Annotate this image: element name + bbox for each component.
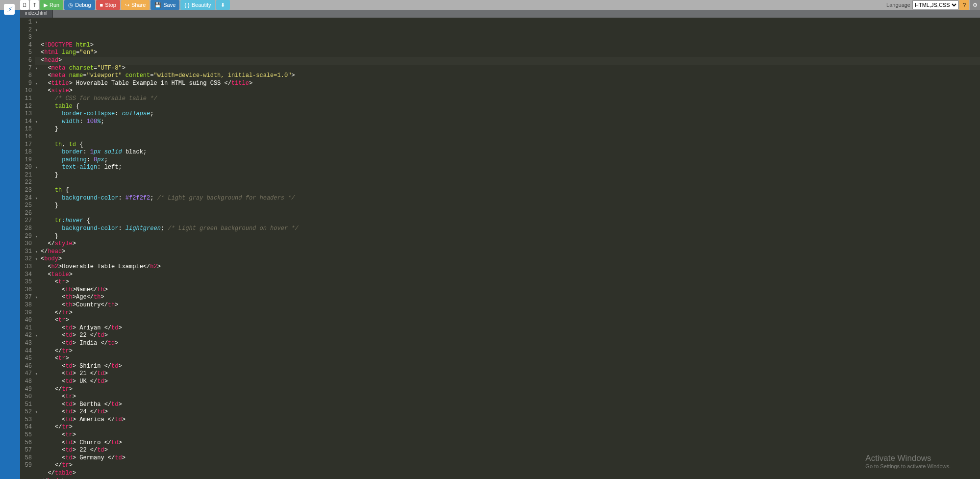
code-line[interactable] [41,210,980,218]
download-icon: ⬇ [221,2,225,8]
code-editor[interactable]: 1234567891011121314151617181920212223242… [20,18,980,479]
code-line[interactable]: <tr> [41,393,980,401]
line-number: 38 [20,302,32,309]
language-select[interactable]: HTML,JS,CSS [912,0,958,9]
line-number: 55 [20,431,32,439]
code-line[interactable]: <tr> [41,317,980,325]
code-line[interactable]: </style> [41,240,980,248]
code-line[interactable]: table { [41,103,980,111]
code-line[interactable]: <td> Germany </td> [41,454,980,462]
beautify-label: Beautify [192,2,211,8]
code-line[interactable]: <th>Age</th> [41,294,980,302]
code-line[interactable]: th { [41,187,980,195]
code-line[interactable]: } [41,126,980,133]
app-logo[interactable]: ⚡ [4,4,15,15]
line-number: 36 [20,286,32,294]
code-line[interactable]: <style> [41,87,980,95]
code-line[interactable]: <td> America </td> [41,416,980,424]
line-number: 48 [20,378,32,386]
code-line[interactable]: width: 100%; [41,118,980,126]
file-icon: 🗋 [22,2,27,8]
code-line[interactable]: <td> Bertha </td> [41,401,980,409]
line-number: 58 [20,454,32,462]
run-button[interactable]: ▶Run [40,0,63,10]
save-button[interactable]: 💾Save [151,0,179,10]
code-line[interactable]: <td> 24 </td> [41,408,980,416]
code-line[interactable]: padding: 8px; [41,156,980,164]
line-number: 13 [20,110,32,118]
tab-index-html[interactable]: index.html [20,10,53,18]
code-line[interactable]: <meta name="viewport" content="width=dev… [41,72,980,80]
code-line[interactable]: </tr> [41,309,980,317]
line-number: 23 [20,187,32,195]
code-line[interactable]: <h2>Hoverable Table Example</h2> [41,263,980,271]
code-line[interactable]: <td> 22 </td> [41,332,980,340]
code-line[interactable]: <title> Hoverable Table Example in HTML … [41,80,980,88]
line-number: 21 [20,172,32,179]
line-number: 17 [20,141,32,149]
code-line[interactable]: border-collapse: collapse; [41,110,980,118]
code-line[interactable]: <td> 22 </td> [41,447,980,454]
code-line[interactable]: <td> Shirin </td> [41,363,980,371]
code-line[interactable]: <html lang="en"> [41,49,980,57]
code-line[interactable]: <th>Country</th> [41,302,980,309]
code-line[interactable]: </body> [41,478,980,479]
code-line[interactable]: <body> [41,255,980,263]
code-line[interactable]: <th>Name</th> [41,286,980,294]
line-number: 40 [20,317,32,325]
code-line[interactable]: </tr> [41,386,980,394]
line-number: 29 [20,233,32,241]
toolbar: 🗋 ⤒ ▶Run ◷Debug ■Stop ↪Share 💾Save { }Be… [0,0,980,10]
code-line[interactable]: <td> Ariyan </td> [41,325,980,332]
clock-icon: ◷ [68,2,73,8]
line-number: 4 [20,42,32,50]
line-number: 37 [20,294,32,302]
play-icon: ▶ [44,2,48,8]
code-line[interactable]: </tr> [41,462,980,470]
stop-button[interactable]: ■Stop [96,0,120,10]
upload-icon: ⤒ [32,2,37,8]
code-line[interactable]: <tr> [41,355,980,363]
code-line[interactable]: </table> [41,470,980,478]
line-number: 20 [20,164,32,172]
code-line[interactable] [41,179,980,187]
code-line[interactable]: </tr> [41,424,980,431]
share-label: Share [131,2,146,8]
code-line[interactable]: <meta charset="UTF-8"> [41,65,980,73]
line-number: 30 [20,240,32,248]
download-button[interactable]: ⬇ [216,0,230,10]
code-line[interactable]: </tr> [41,348,980,355]
code-line[interactable]: background-color: #f2f2f2; /* Light gray… [41,195,980,202]
debug-button[interactable]: ◷Debug [64,0,95,10]
code-line[interactable]: <td> 21 </td> [41,370,980,378]
code-line[interactable]: <!DOCTYPE html> [41,42,980,50]
code-line[interactable]: tr:hover { [41,217,980,225]
open-button[interactable]: ⤒ [30,0,39,10]
save-label: Save [163,2,176,8]
code-line[interactable]: /* CSS for hoverable table */ [41,95,980,103]
code-line[interactable] [41,133,980,141]
line-number: 1 [20,19,32,26]
code-line[interactable]: <td> Churro </td> [41,439,980,447]
new-file-button[interactable]: 🗋 [20,0,29,10]
line-number: 50 [20,393,32,401]
code-line[interactable]: } [41,202,980,210]
code-line[interactable]: } [41,172,980,179]
code-line[interactable]: <tr> [41,431,980,439]
code-line[interactable]: <td> UK </td> [41,378,980,386]
code-line[interactable]: <td> India </td> [41,340,980,348]
code-line[interactable]: border: 1px solid black; [41,149,980,156]
code-line[interactable]: <tr> [41,278,980,286]
code-content[interactable]: <!DOCTYPE html><html lang="en"><head> <m… [35,18,980,479]
code-line[interactable]: text-align: left; [41,164,980,172]
help-button[interactable]: ? [959,0,969,10]
settings-button[interactable]: ⚙ [970,0,980,10]
code-line[interactable]: th, td { [41,141,980,149]
code-line[interactable]: </head> [41,248,980,256]
code-line[interactable]: } [41,233,980,241]
code-line[interactable]: <table> [41,271,980,279]
line-number: 32 [20,255,32,263]
beautify-button[interactable]: { }Beautify [180,0,215,10]
code-line[interactable]: background-color: lightgreen; /* Light g… [41,225,980,233]
share-button[interactable]: ↪Share [121,0,150,10]
